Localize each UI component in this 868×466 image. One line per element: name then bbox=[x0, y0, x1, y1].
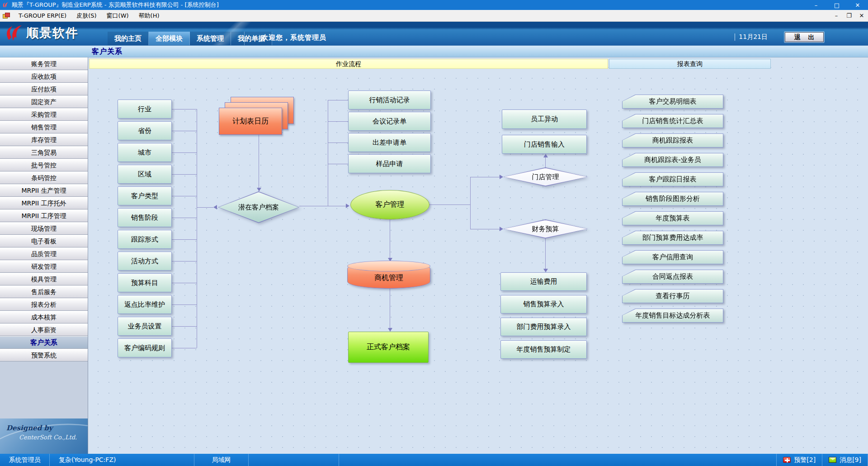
sidebar-item[interactable]: 电子看板 bbox=[0, 235, 88, 247]
flow-button[interactable]: 跟踪形式 bbox=[118, 230, 172, 249]
sidebar-item[interactable]: 模具管理 bbox=[0, 273, 88, 285]
flow-button[interactable]: 样品申请 bbox=[348, 154, 431, 173]
maximize-icon[interactable]: □ bbox=[826, 0, 847, 10]
company-name: CenterSoft Co.,Ltd. bbox=[19, 434, 88, 441]
report-label: 年度销售目标达成分析表 bbox=[623, 309, 723, 322]
mdi-minimize-icon[interactable]: – bbox=[830, 12, 843, 19]
sidebar-item[interactable]: 预警系统 bbox=[0, 349, 88, 361]
connector bbox=[299, 206, 346, 206]
sidebar-item[interactable]: 库存管理 bbox=[0, 133, 88, 146]
customer-management-ellipse[interactable]: 客户管理 bbox=[350, 190, 429, 219]
sidebar-item[interactable]: 三角贸易 bbox=[0, 146, 88, 159]
flow-button[interactable]: 年度销售预算制定 bbox=[500, 340, 587, 359]
flow-button[interactable]: 销售预算录入 bbox=[500, 295, 587, 314]
report-button[interactable]: 客户交易明细表 bbox=[622, 95, 723, 109]
flow-button[interactable]: 运输费用 bbox=[500, 272, 587, 291]
sidebar-item[interactable]: 销售管理 bbox=[0, 121, 88, 133]
reports-band: 报表查询 bbox=[609, 59, 771, 69]
sidebar-item[interactable]: 成本核算 bbox=[0, 311, 88, 323]
sidebar-item[interactable]: 报表分析 bbox=[0, 298, 88, 311]
sidebar-item[interactable]: MRPII 生产管理 bbox=[0, 184, 88, 197]
report-button[interactable]: 门店销售统计汇总表 bbox=[622, 114, 723, 128]
exit-button[interactable]: 退 出 bbox=[785, 32, 824, 42]
sidebar-item[interactable]: 品质管理 bbox=[0, 247, 88, 260]
minimize-icon[interactable]: – bbox=[806, 0, 826, 10]
flow-button[interactable]: 客户编码规则 bbox=[118, 338, 172, 357]
tab-all-modules[interactable]: 全部模块 bbox=[149, 32, 190, 45]
flow-button[interactable]: 会议记录单 bbox=[348, 112, 431, 131]
flow-button[interactable]: 部门费用预算录入 bbox=[500, 318, 587, 336]
menu-bar: T-GROUP ERP(E) 皮肤(S) 窗口(W) 帮助(H) – ❐ ✕ bbox=[0, 10, 868, 22]
report-label: 客户跟踪日报表 bbox=[623, 173, 723, 186]
connector bbox=[172, 131, 197, 131]
report-button[interactable]: 部门预算费用达成率 bbox=[622, 231, 723, 245]
flow-button[interactable]: 行业 bbox=[118, 100, 172, 119]
mdi-close-icon[interactable]: ✕ bbox=[855, 12, 868, 19]
flow-button[interactable]: 客户类型 bbox=[118, 186, 172, 205]
opportunity-cylinder[interactable]: 商机管理 bbox=[347, 262, 430, 289]
sidebar-item[interactable]: 人事薪资 bbox=[0, 323, 88, 336]
menu-skin[interactable]: 皮肤(S) bbox=[71, 10, 101, 21]
sidebar-item[interactable]: MRPII 工序管理 bbox=[0, 209, 88, 222]
sidebar-item[interactable]: 批号管控 bbox=[0, 159, 88, 171]
flow-button[interactable]: 城市 bbox=[118, 143, 172, 162]
report-button[interactable]: 客户信用查询 bbox=[622, 250, 723, 264]
connector bbox=[328, 121, 348, 122]
flow-button[interactable]: 业务员设置 bbox=[118, 317, 172, 336]
report-button[interactable]: 客户跟踪日报表 bbox=[622, 172, 723, 186]
message-text: 消息[9] bbox=[840, 456, 861, 464]
plan-calendar-stack[interactable]: 计划表日历 bbox=[219, 97, 295, 135]
status-alert[interactable]: 预警[2] bbox=[777, 454, 822, 466]
sidebar-item[interactable]: 条码管控 bbox=[0, 171, 88, 184]
sidebar-item[interactable]: 应付款项 bbox=[0, 83, 88, 95]
window-title: 顺景『T-GROUP』制造业ERP系统 - 东莞顺景软件科技有限公司 - [系统… bbox=[12, 1, 219, 9]
tab-system-admin[interactable]: 系统管理 bbox=[190, 32, 231, 45]
flow-button[interactable]: 预算科目 bbox=[118, 273, 172, 292]
sidebar-item[interactable]: 固定资产 bbox=[0, 95, 88, 108]
finance-budget-diamond[interactable]: 财务预算 bbox=[503, 219, 588, 238]
staff-change-button[interactable]: 员工异动 bbox=[502, 109, 587, 129]
message-icon bbox=[829, 457, 836, 463]
module-sidebar: 账务管理应收款项应付款项固定资产采购管理销售管理库存管理三角贸易批号管控条码管控… bbox=[0, 57, 88, 454]
formal-customer-rect[interactable]: 正式客户档案 bbox=[348, 332, 429, 363]
workflow-canvas: 作业流程 报表查询 bbox=[88, 57, 868, 454]
sidebar-item[interactable]: 现场管理 bbox=[0, 222, 88, 235]
menu-help[interactable]: 帮助(H) bbox=[134, 10, 165, 21]
sidebar-item[interactable]: 客户关系 bbox=[0, 336, 88, 349]
menu-window[interactable]: 窗口(W) bbox=[102, 10, 134, 21]
report-button[interactable]: 商机跟踪表-业务员 bbox=[622, 153, 723, 167]
flow-button[interactable]: 出差申请单 bbox=[348, 133, 431, 152]
report-button[interactable]: 商机跟踪报表 bbox=[622, 133, 723, 147]
connector bbox=[429, 204, 470, 205]
report-button[interactable]: 年度预算表 bbox=[622, 211, 723, 225]
report-button[interactable]: 销售阶段图形分析 bbox=[622, 192, 723, 206]
mdi-restore-icon[interactable]: ❐ bbox=[843, 12, 855, 19]
report-label: 商机跟踪表-业务员 bbox=[623, 153, 723, 166]
menu-tgroup-erp[interactable]: T-GROUP ERP(E) bbox=[14, 10, 71, 21]
status-spacer bbox=[249, 454, 339, 466]
main-nav-tabs: 我的主页 全部模块 系统管理 我的单据 bbox=[108, 32, 272, 45]
potential-customer-diamond[interactable]: 潜在客户档案 bbox=[218, 191, 299, 223]
store-sales-input-button[interactable]: 门店销售输入 bbox=[502, 135, 587, 154]
close-icon[interactable]: ✕ bbox=[847, 0, 868, 10]
flow-button[interactable]: 活动方式 bbox=[118, 252, 172, 271]
tab-my-home[interactable]: 我的主页 bbox=[108, 32, 149, 45]
sidebar-item[interactable]: 账务管理 bbox=[0, 57, 88, 70]
brand-name: 顺景软件 bbox=[26, 25, 79, 41]
report-button[interactable]: 年度销售目标达成分析表 bbox=[622, 309, 723, 323]
report-button[interactable]: 合同返点报表 bbox=[622, 270, 723, 284]
sidebar-item[interactable]: 研发管理 bbox=[0, 260, 88, 273]
sidebar-item[interactable]: 售后服务 bbox=[0, 285, 88, 298]
flow-button[interactable]: 行销活动记录 bbox=[348, 90, 431, 109]
store-management-diamond[interactable]: 门店管理 bbox=[503, 167, 588, 186]
flow-button[interactable]: 销售阶段 bbox=[118, 208, 172, 227]
marketing-column: 行销活动记录会议记录单出差申请单样品申请 bbox=[348, 90, 431, 173]
sidebar-item[interactable]: 应收款项 bbox=[0, 70, 88, 83]
sidebar-item[interactable]: 采购管理 bbox=[0, 108, 88, 121]
flow-button[interactable]: 返点比率维护 bbox=[118, 295, 172, 314]
flow-button[interactable]: 省份 bbox=[118, 121, 172, 140]
sidebar-item[interactable]: MRPII 工序托外 bbox=[0, 197, 88, 209]
flow-button[interactable]: 区域 bbox=[118, 165, 172, 184]
status-message[interactable]: 消息[9] bbox=[822, 454, 868, 466]
report-button[interactable]: 查看行事历 bbox=[622, 289, 723, 303]
